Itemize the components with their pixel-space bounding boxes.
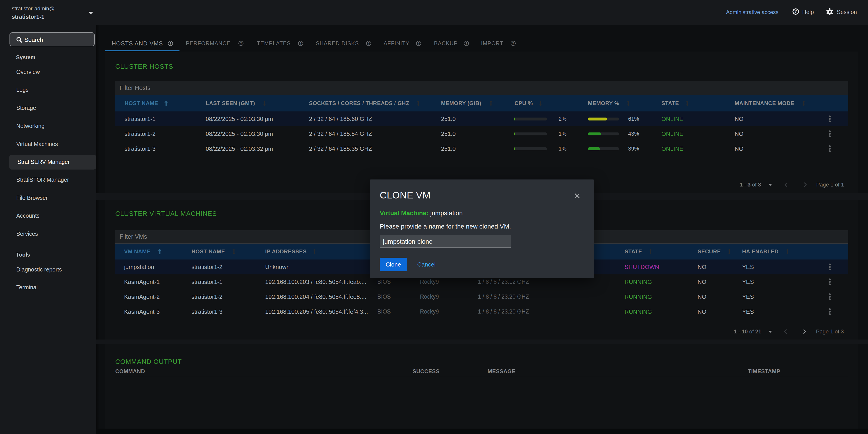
svg-text:?: ? [794, 9, 797, 14]
svg-text:?: ? [300, 41, 302, 45]
svg-text:?: ? [368, 41, 370, 45]
svg-text:?: ? [512, 41, 514, 45]
svg-text:?: ? [418, 41, 420, 45]
svg-text:?: ? [240, 41, 242, 45]
svg-text:?: ? [465, 41, 467, 45]
svg-text:?: ? [169, 41, 172, 45]
